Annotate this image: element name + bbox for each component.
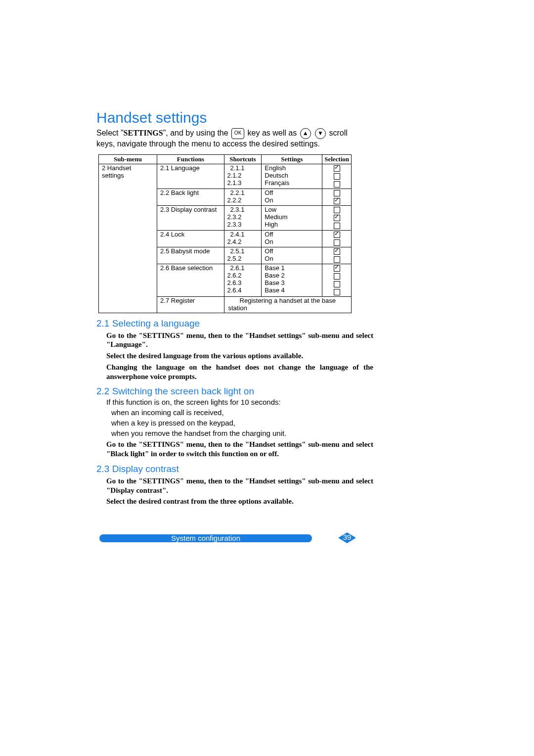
selection-cell xyxy=(322,189,352,205)
checkbox-icon xyxy=(334,248,340,255)
checkbox-icon xyxy=(334,181,340,188)
checkbox-icon xyxy=(334,215,340,221)
shortcut-cell: 2.4.12.4.2 xyxy=(224,230,262,247)
submenu-cell: 2 Handset settings xyxy=(99,164,157,313)
shortcut-cell: 2.2.12.2.2 xyxy=(224,189,262,205)
function-cell: 2.1 Language xyxy=(157,164,224,189)
selection-cell xyxy=(322,230,352,247)
down-key-icon: ▼ xyxy=(315,128,326,139)
s22-p1: If this function is on, the screen light… xyxy=(106,398,373,407)
s21-p3: Changing the language on the handset doe… xyxy=(106,363,373,381)
register-text-cell: Registering a handset at the basestation xyxy=(224,296,352,313)
checkbox-icon xyxy=(334,289,340,295)
checkbox-icon xyxy=(334,173,340,180)
subsection-2-3: 2.3 Display contrast xyxy=(96,464,373,474)
settings-cell: OffOn xyxy=(262,247,322,264)
checkbox-icon xyxy=(334,190,340,196)
shortcut-cell: 2.6.12.6.22.6.32.6.4 xyxy=(224,264,262,296)
checkbox-icon xyxy=(334,265,340,272)
s22-b3: when you remove the handset from the cha… xyxy=(111,429,373,438)
settings-cell: Base 1Base 2Base 3Base 4 xyxy=(262,264,322,296)
table-header-row: Sub-menu Functions Shortcuts Settings Se… xyxy=(99,154,352,164)
section-title: Handset settings xyxy=(96,109,373,126)
up-key-icon: ▲ xyxy=(300,128,311,139)
settings-cell: EnglishDeutschFrançais xyxy=(262,164,322,189)
footer-bar: System configuration xyxy=(99,534,312,542)
checkbox-icon xyxy=(334,165,340,172)
checkbox-icon xyxy=(334,232,340,238)
intro-settings-word: SETTINGS xyxy=(124,129,163,137)
checkbox-icon xyxy=(334,281,340,287)
settings-cell: LowMediumHigh xyxy=(262,205,322,230)
checkbox-icon xyxy=(334,239,340,246)
s23-p1: Go to the "SETTINGS" menu, then to the "… xyxy=(106,476,373,495)
s22-b1: when an incoming call is received, xyxy=(111,408,373,418)
function-cell: 2.3 Display contrast xyxy=(157,205,224,230)
function-cell: 2.4 Lock xyxy=(157,230,224,247)
intro-mid3: scroll xyxy=(329,129,348,137)
s22-b2: when a key is pressed on the keypad, xyxy=(111,419,373,428)
function-cell: 2.7 Register xyxy=(157,296,224,313)
shortcut-cell: 2.1.12.1.22.1.3 xyxy=(224,164,262,189)
th-submenu: Sub-menu xyxy=(99,154,157,164)
checkbox-icon xyxy=(334,198,340,204)
settings-cell: OffOn xyxy=(262,189,322,205)
checkbox-icon xyxy=(334,207,340,213)
shortcut-cell: 2.5.12.5.2 xyxy=(224,247,262,264)
s23-p2: Select the desired contrast from the thr… xyxy=(106,497,373,506)
shortcut-cell: 2.3.12.3.22.3.3 xyxy=(224,205,262,230)
page-number: 39 xyxy=(338,531,356,543)
selection-cell xyxy=(322,247,352,264)
checkbox-icon xyxy=(334,256,340,263)
table-row: 2 Handset settings2.1 Language2.1.12.1.2… xyxy=(99,164,352,189)
intro-line2: keys, navigate through the menu to acces… xyxy=(96,140,320,148)
th-selection: Selection xyxy=(322,154,352,164)
th-functions: Functions xyxy=(157,154,224,164)
checkbox-icon xyxy=(334,273,340,280)
s21-p1: Go to the "SETTINGS" menu, then to the "… xyxy=(106,331,373,350)
s21-p2: Select the desired language from the var… xyxy=(106,351,373,361)
page-number-value: 39 xyxy=(343,533,352,541)
intro-prefix: Select " xyxy=(96,129,124,137)
settings-cell: OffOn xyxy=(262,230,322,247)
subsection-2-2: 2.2 Switching the screen back light on xyxy=(96,386,373,397)
selection-cell xyxy=(322,164,352,189)
th-settings: Settings xyxy=(262,154,322,164)
selection-cell xyxy=(322,205,352,230)
function-cell: 2.6 Base selection xyxy=(157,264,224,296)
function-cell: 2.2 Back light xyxy=(157,189,224,205)
settings-table: Sub-menu Functions Shortcuts Settings Se… xyxy=(98,154,352,313)
page-footer: System configuration xyxy=(96,534,373,542)
s22-p2: Go to the "SETTINGS" menu, then to the "… xyxy=(106,440,373,459)
intro-mid2: key as well as xyxy=(248,129,299,137)
intro-text: Select "SETTINGS", and by using the OK k… xyxy=(96,128,373,149)
intro-mid1: ", and by using the xyxy=(163,129,228,137)
page-content: Handset settings Select "SETTINGS", and … xyxy=(96,109,373,508)
checkbox-icon xyxy=(334,223,340,229)
subsection-2-1: 2.1 Selecting a language xyxy=(96,318,373,329)
th-shortcuts: Shortcuts xyxy=(224,154,262,164)
selection-cell xyxy=(322,264,352,296)
function-cell: 2.5 Babysit mode xyxy=(157,247,224,264)
ok-key-icon: OK xyxy=(231,128,244,139)
